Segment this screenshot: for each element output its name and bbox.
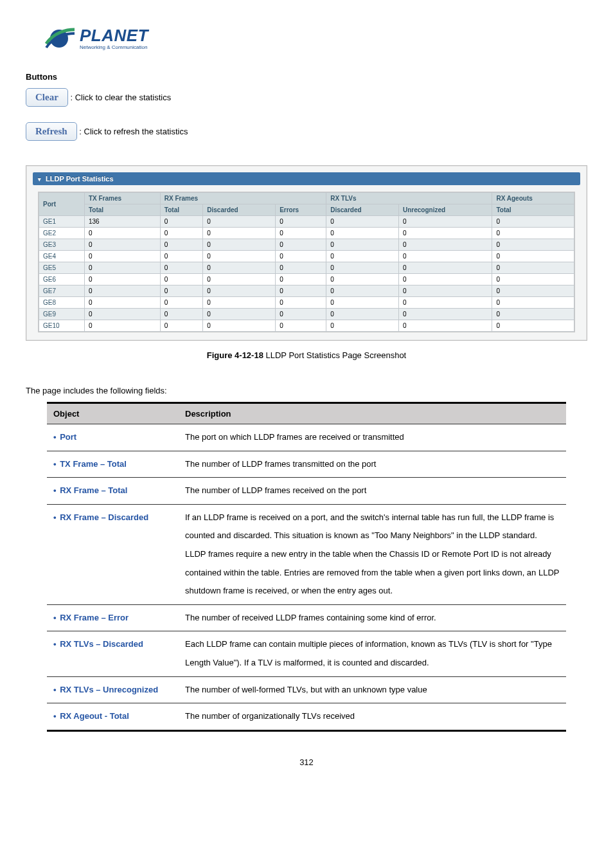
collapse-icon: ▾ [38, 176, 41, 183]
cell: 0 [160, 216, 202, 228]
table-row: GE30000000 [39, 239, 574, 251]
table-row: • PortThe port on which LLDP frames are … [47, 424, 566, 451]
cell: 0 [203, 239, 276, 251]
col-age-total: Total [492, 204, 574, 216]
fields-intro: The page includes the following fields: [26, 386, 587, 395]
cell: 0 [276, 239, 326, 251]
cell: 0 [276, 320, 326, 332]
cell: 0 [399, 285, 492, 297]
description-cell: The number of LLDP frames transmitted on… [179, 451, 566, 478]
planet-logo-icon [45, 26, 76, 51]
cell: 0 [203, 251, 276, 262]
table-row: • RX Ageout - TotalThe number of organiz… [47, 703, 566, 731]
col-tx-total: Total [84, 204, 160, 216]
cell: 0 [160, 262, 202, 274]
cell: 0 [399, 216, 492, 228]
cell: 0 [84, 274, 160, 285]
cell: 0 [84, 262, 160, 274]
table-row: GE20000000 [39, 228, 574, 239]
cell: 0 [326, 285, 399, 297]
cell: GE5 [39, 262, 85, 274]
description-cell: Each LLDP frame can contain multiple pie… [179, 631, 566, 676]
col-port: Port [39, 193, 85, 216]
cell: 0 [276, 285, 326, 297]
object-cell: • RX Frame – Error [47, 604, 179, 631]
cell: 0 [399, 274, 492, 285]
logo-name: PLANET [80, 27, 148, 44]
cell: 0 [399, 320, 492, 332]
cell: 0 [399, 262, 492, 274]
clear-button[interactable]: Clear [26, 88, 68, 107]
lldp-stats-panel: ▾ LLDP Port Statistics Port TX Frames RX… [26, 165, 587, 341]
figure-text: LLDP Port Statistics Page Screenshot [263, 350, 406, 360]
col-rx-total: Total [160, 204, 202, 216]
cell: GE2 [39, 228, 85, 239]
object-cell: • TX Frame – Total [47, 451, 179, 478]
table-row: GE50000000 [39, 262, 574, 274]
table-row: GE100000000 [39, 320, 574, 332]
table-row: • RX Frame – DiscardedIf an LLDP frame i… [47, 504, 566, 604]
fields-col-object: Object [47, 403, 179, 424]
cell: 0 [326, 274, 399, 285]
col-tlv-unrec: Unrecognized [399, 204, 492, 216]
table-row: • RX TLVs – DiscardedEach LLDP frame can… [47, 631, 566, 676]
cell: 0 [492, 251, 574, 262]
cell: 0 [399, 239, 492, 251]
cell: 0 [326, 251, 399, 262]
table-row: • RX TLVs – UnrecognizedThe number of we… [47, 676, 566, 703]
col-rx-ageouts: RX Ageouts [492, 193, 574, 204]
cell: GE9 [39, 309, 85, 320]
cell: 0 [84, 320, 160, 332]
cell: 136 [84, 216, 160, 228]
cell: GE1 [39, 216, 85, 228]
cell: 0 [84, 309, 160, 320]
cell: 0 [276, 262, 326, 274]
logo-tagline: Networking & Communication [80, 45, 148, 50]
col-tx-frames: TX Frames [84, 193, 160, 204]
cell: 0 [160, 239, 202, 251]
object-cell: • RX TLVs – Unrecognized [47, 676, 179, 703]
figure-caption: Figure 4-12-18 LLDP Port Statistics Page… [26, 350, 587, 360]
cell: 0 [160, 285, 202, 297]
cell: 0 [84, 239, 160, 251]
refresh-desc: : Click to refresh the statistics [79, 127, 188, 136]
description-cell: The number of LLDP frames received on th… [179, 478, 566, 505]
cell: 0 [160, 297, 202, 309]
table-row: GE1136000000 [39, 216, 574, 228]
table-row: GE70000000 [39, 285, 574, 297]
cell: 0 [492, 239, 574, 251]
cell: 0 [326, 262, 399, 274]
table-row: GE40000000 [39, 251, 574, 262]
cell: 0 [203, 262, 276, 274]
lldp-stats-header[interactable]: ▾ LLDP Port Statistics [33, 172, 580, 185]
cell: 0 [492, 297, 574, 309]
cell: 0 [326, 216, 399, 228]
cell: 0 [203, 320, 276, 332]
col-rx-discarded: Discarded [203, 204, 276, 216]
table-row: GE60000000 [39, 274, 574, 285]
refresh-button[interactable]: Refresh [26, 122, 77, 141]
cell: 0 [399, 251, 492, 262]
cell: 0 [492, 262, 574, 274]
cell: 0 [160, 251, 202, 262]
object-cell: • RX Frame – Discarded [47, 504, 179, 604]
cell: 0 [276, 297, 326, 309]
cell: 0 [84, 251, 160, 262]
cell: 0 [84, 285, 160, 297]
object-cell: • RX Ageout - Total [47, 703, 179, 731]
object-cell: • Port [47, 424, 179, 451]
table-row: • RX Frame – ErrorThe number of received… [47, 604, 566, 631]
cell: GE4 [39, 251, 85, 262]
lldp-stats-table: Port TX Frames RX Frames RX TLVs RX Ageo… [39, 192, 574, 332]
table-row: • RX Frame – TotalThe number of LLDP fra… [47, 478, 566, 505]
cell: 0 [326, 228, 399, 239]
cell: 0 [203, 285, 276, 297]
logo: PLANET Networking & Communication [45, 26, 587, 51]
fields-table: Object Description • PortThe port on whi… [47, 402, 566, 732]
cell: 0 [84, 297, 160, 309]
cell: 0 [399, 309, 492, 320]
col-rx-frames: RX Frames [160, 193, 326, 204]
cell: 0 [160, 274, 202, 285]
cell: 0 [492, 285, 574, 297]
cell: 0 [203, 309, 276, 320]
